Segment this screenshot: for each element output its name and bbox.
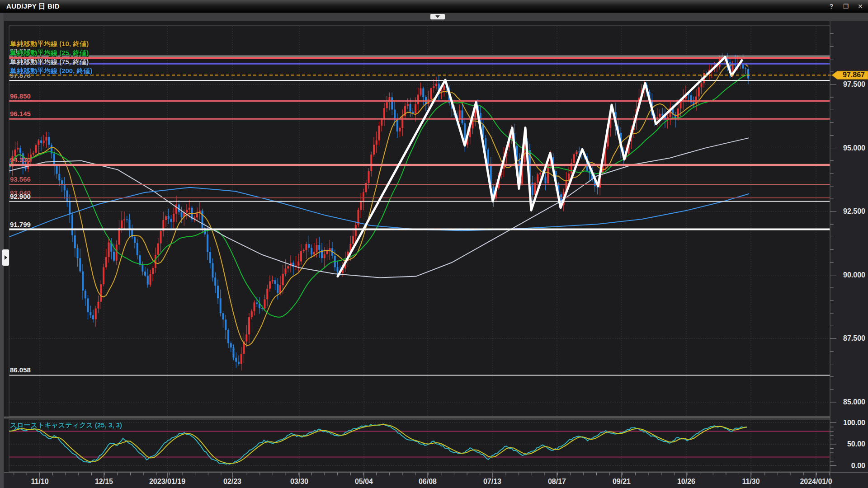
legend-sma-200[interactable]: 単純移動平均線 (200, 終値) [10, 67, 93, 76]
date-axis-label: 08/17 [548, 478, 566, 485]
left-panel-expand-handle[interactable] [2, 249, 9, 266]
stoch-axis-label: 100.00 [843, 419, 865, 427]
stoch-axis-label: 50.00 [847, 440, 865, 448]
price-axis-label: 97.500 [843, 80, 865, 88]
toolbar-collapse-button[interactable] [430, 14, 445, 19]
stoch-axis-label: 0.00 [851, 462, 865, 469]
price-axis-label: 85.000 [843, 398, 865, 406]
price-line-label: 92.900 [10, 192, 31, 200]
price-line-label: 86.058 [10, 366, 31, 374]
current-price-tag: 97.867 [832, 71, 868, 79]
price-axis-label: 92.500 [843, 207, 865, 215]
date-axis-label: 03/30 [290, 478, 308, 485]
date-axis-label: 02/23 [223, 478, 241, 485]
help-button[interactable]: ? [827, 3, 835, 10]
maximize-button[interactable]: ❐ [842, 3, 850, 10]
price-line-label: 96.850 [10, 92, 31, 100]
date-axis-label: 2023/01/19 [149, 478, 185, 485]
window-title: AUD/JPY 日 BID [6, 2, 60, 11]
price-line-label: 96.145 [10, 110, 31, 117]
date-axis-label: 10/26 [677, 478, 695, 485]
legend-sma-25[interactable]: 単純移動平均線 (25, 終値) [10, 49, 93, 58]
chart-backgrounds [4, 21, 868, 488]
window-buttons: ? ❐ ✕ [827, 0, 864, 13]
price-axis-label: 90.000 [843, 271, 865, 279]
date-axis-label: 2024/01/0 [800, 478, 832, 485]
chart-canvas[interactable]: 98.61397.87896.85096.14594.33093.56693.0… [0, 0, 868, 488]
title-bar: AUD/JPY 日 BID [0, 0, 868, 13]
price-line-label: 91.799 [10, 221, 31, 228]
legend-sma-75[interactable]: 単純移動平均線 (75, 終値) [10, 58, 93, 67]
price-line-label: 94.330 [10, 156, 31, 164]
chart-window: 98.61397.87896.85096.14594.33093.56693.0… [0, 0, 868, 488]
price-axis-label: 87.500 [843, 334, 865, 342]
price-axis-label: 95.000 [843, 144, 865, 152]
date-axis-label: 06/08 [419, 478, 437, 485]
chevron-right-icon [5, 255, 7, 260]
legend-sma-10[interactable]: 単純移動平均線 (10, 終値) [10, 40, 93, 49]
stochastics-legend[interactable]: スローストキャスティクス (25, 3, 3) [10, 421, 122, 430]
date-axis-label: 11/30 [742, 478, 760, 485]
svg-text:97.867: 97.867 [843, 71, 865, 79]
date-axis-label: 11/10 [31, 478, 48, 485]
date-axis-label: 09/21 [613, 478, 631, 485]
indicator-legend: 単純移動平均線 (10, 終値) 単純移動平均線 (25, 終値) 単純移動平均… [10, 40, 93, 76]
price-line-label: 93.566 [10, 175, 31, 183]
date-axis-label: 12/15 [95, 478, 113, 485]
date-axis-label: 07/13 [483, 478, 501, 485]
close-button[interactable]: ✕ [856, 3, 864, 10]
date-axis-label: 05/04 [355, 478, 373, 485]
chevron-down-icon [435, 15, 440, 18]
